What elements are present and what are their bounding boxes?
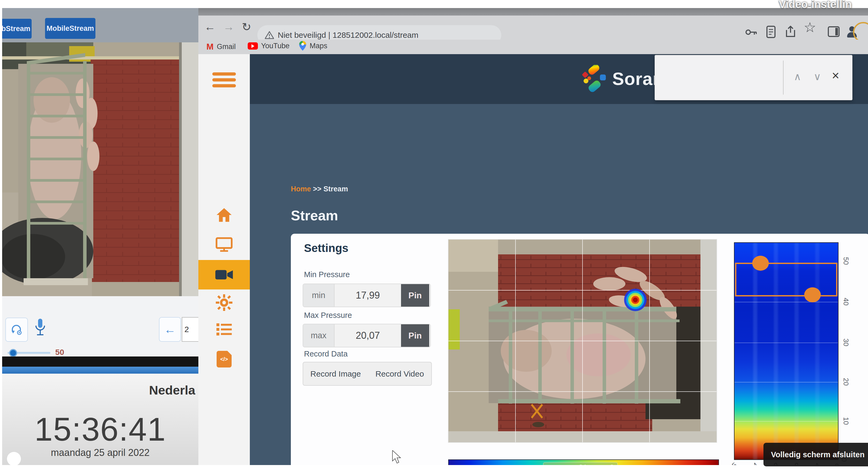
gmail-icon: M — [207, 42, 214, 52]
reload-button[interactable]: ↻ — [242, 20, 251, 33]
forward-icon: → — [223, 20, 234, 33]
video-camera-icon — [215, 269, 234, 281]
gear-icon — [216, 294, 232, 311]
max-pin-button[interactable]: Pin — [401, 324, 429, 347]
browser-titlebar — [198, 8, 868, 15]
bookmarks-bar: M Gmail YouTube Maps — [198, 40, 868, 55]
record-image-button[interactable]: Record Image — [303, 362, 369, 386]
language-label: Nederla — [149, 383, 195, 398]
volume-slider-knob[interactable] — [9, 349, 17, 357]
sorama-logo-icon — [582, 65, 607, 93]
code-file-icon: </> — [217, 351, 231, 368]
previous-page-button[interactable]: ← — [159, 317, 181, 342]
xtick--5: -5 — [728, 461, 739, 465]
maps-icon — [299, 41, 306, 51]
breadcrumb-home-link[interactable]: Home — [291, 185, 311, 193]
breadcrumb-separator: >> — [313, 185, 322, 193]
clock-panel: Nederla 15:36:41 maandag 25 april 2022 — [2, 374, 198, 465]
menu-toggle-button[interactable] — [212, 70, 236, 90]
microphone-button[interactable] — [34, 318, 46, 341]
back-button[interactable]: ← — [204, 20, 216, 33]
password-key-icon[interactable] — [745, 27, 757, 37]
close-icon: × — [832, 68, 839, 83]
sidebar-item-stream-active[interactable] — [198, 260, 250, 289]
mobilestream-tab-button[interactable]: MobileStream — [45, 18, 95, 39]
screenshot-root: SubStream MobileStream — [0, 0, 868, 472]
tooltip-text: Volledig scherm afsluiten — [771, 450, 865, 459]
sound-hotspot — [624, 289, 647, 311]
breadcrumb-current: Stream — [323, 185, 348, 193]
selection-handle-top[interactable] — [752, 256, 769, 271]
record-data-label: Record Data — [304, 349, 348, 358]
substream-tab-button[interactable]: SubStream — [2, 19, 32, 39]
ytick-40: 40 — [842, 298, 850, 306]
find-previous-button[interactable]: ∧ — [794, 71, 801, 83]
status-dot — [7, 452, 21, 465]
bookmark-star-icon[interactable]: ☆ — [804, 19, 816, 35]
min-pressure-input[interactable]: 17,99 — [335, 284, 401, 307]
fullscreen-overlay-title: Video-instellin — [779, 0, 852, 10]
min-pressure-label: Min Pressure — [304, 270, 350, 279]
snapshot-icon — [10, 324, 23, 336]
frequency-selection-band[interactable] — [735, 263, 837, 296]
substream-tab-label: SubStream — [2, 25, 30, 33]
record-video-button[interactable]: Record Video — [368, 362, 432, 386]
forward-button[interactable]: → — [223, 20, 234, 33]
colorbar-max: 20,1 — [700, 464, 714, 465]
sidebar-item-home[interactable] — [198, 202, 250, 228]
snapshot-button[interactable] — [5, 318, 28, 342]
bookmark-youtube-label: YouTube — [261, 42, 289, 50]
home-icon — [216, 208, 232, 222]
find-close-button[interactable]: × — [832, 68, 839, 83]
max-addon: max — [303, 324, 335, 347]
mobilestream-tab-label: MobileStream — [46, 24, 94, 33]
sidebar-item-api[interactable]: </> — [198, 346, 250, 372]
min-pressure-group: min 17,99 Pin — [303, 284, 431, 307]
monitor-icon — [216, 237, 233, 252]
sidebar-item-monitor[interactable] — [198, 232, 250, 258]
volume-value: 50 — [55, 348, 64, 357]
browser-toolbar: ← → ↻ Niet beveiligd | 128512002.local/s… — [198, 15, 868, 40]
side-panel-icon[interactable] — [828, 26, 840, 37]
settings-heading: Settings — [304, 242, 348, 255]
exit-fullscreen-tooltip: Volledig scherm afsluiten — [764, 443, 868, 466]
find-in-page-bar: ∧ ∨ × — [655, 55, 852, 100]
share-icon[interactable] — [785, 26, 796, 37]
max-pressure-input[interactable]: 20,07 — [335, 324, 401, 347]
breadcrumb: Home >> Stream — [291, 185, 348, 193]
reading-list-icon[interactable] — [766, 26, 776, 38]
selection-handle-bottom[interactable] — [804, 287, 821, 302]
ytick-30: 30 — [842, 339, 850, 346]
page-number-input[interactable]: 2 — [182, 317, 198, 342]
bookmark-gmail[interactable]: M Gmail — [207, 42, 236, 52]
back-icon: ← — [204, 20, 216, 33]
min-pin-button[interactable]: Pin — [401, 284, 429, 307]
page-number-value: 2 — [184, 325, 189, 334]
acoustic-camera-view — [448, 240, 717, 442]
bookmark-gmail-label: Gmail — [217, 42, 236, 51]
separator-bar-black — [2, 356, 198, 367]
video-control-bar: 50 ← 2 — [2, 296, 198, 356]
find-input[interactable] — [660, 63, 777, 91]
max-pressure-group: max 20,07 Pin — [303, 324, 431, 347]
max-pressure-label: Max Pressure — [304, 311, 352, 320]
reload-icon: ↻ — [242, 21, 251, 33]
xtick--4: -4 — [749, 461, 760, 465]
chrome-avatar-ring[interactable] — [853, 22, 868, 42]
find-next-button[interactable]: ∨ — [814, 71, 821, 83]
separator-bar-blue — [2, 367, 198, 374]
bookmark-maps[interactable]: Maps — [299, 41, 327, 51]
mouse-cursor — [392, 450, 403, 464]
page-title: Stream — [291, 208, 338, 224]
spectrogram-plot — [734, 242, 838, 460]
microphone-icon — [34, 318, 46, 340]
bookmark-maps-label: Maps — [310, 42, 327, 50]
sidebar-item-list[interactable] — [198, 317, 250, 342]
youtube-icon — [248, 42, 258, 50]
colorbar-min: 18 — [453, 464, 461, 465]
bookmark-youtube[interactable]: YouTube — [248, 42, 289, 50]
sidebar-item-settings[interactable] — [198, 290, 250, 315]
ytick-20: 20 — [842, 378, 850, 386]
url-text: Niet beveiligd | 128512002.local/stream — [278, 31, 418, 40]
video-stream-window: SubStream MobileStream — [2, 8, 198, 465]
